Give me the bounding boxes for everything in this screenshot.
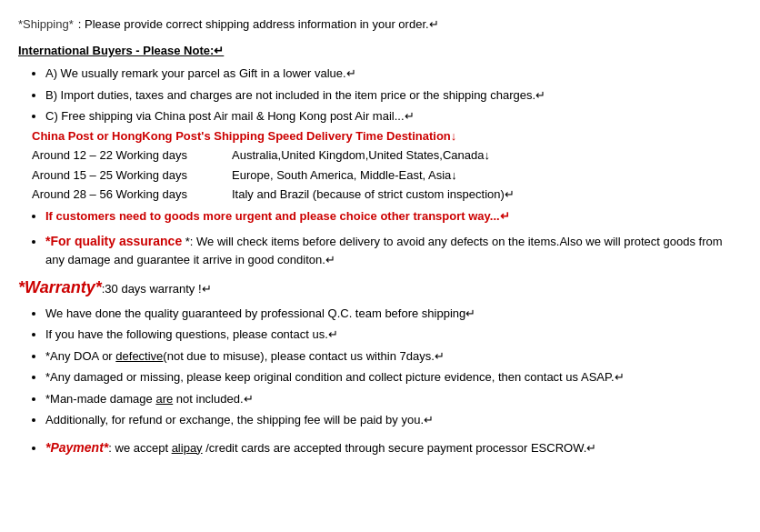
urgent-text: If customers need to goods more urgent a… — [45, 209, 510, 223]
warranty-item-4: *Any damaged or missing, please keep ori… — [45, 368, 742, 386]
warranty-item-5-text: *Man-made damage are not included.↵ — [45, 392, 254, 406]
payment-section: *Payment*: we accept alipay /credit card… — [18, 438, 742, 457]
shipping-subtitle: : Please provide correct shipping addres… — [78, 17, 439, 31]
payment-item: *Payment*: we accept alipay /credit card… — [45, 438, 742, 457]
bullet-c: C) Free shipping via China post Air mail… — [45, 107, 742, 204]
warranty-item-1: We have done the quality guaranteed by p… — [45, 305, 742, 323]
bullet-quality: *For quality assurance *: We will check … — [45, 232, 742, 269]
warranty-list: We have done the quality guaranteed by p… — [18, 305, 742, 429]
shipping-title: *Shipping* : Please provide correct ship… — [18, 14, 742, 33]
row1-dest: Australia,United Kingdom,United States,C… — [232, 146, 490, 165]
row2-dest: Europe, South America, Middle-East, Asia… — [232, 166, 457, 185]
shipping-section: *Shipping* : Please provide correct ship… — [18, 14, 742, 269]
row3-days: Around 28 – 56 Working days — [32, 186, 232, 204]
bullet-c-text: C) Free shipping via China post Air mail… — [45, 109, 415, 123]
warranty-item-6: Additionally, for refund or exchange, th… — [45, 411, 742, 429]
shipping-row-3: Around 28 – 56 Working days Italy and Br… — [32, 186, 742, 204]
row2-days: Around 15 – 25 Working days — [32, 166, 232, 185]
shipping-title-text: *Shipping* — [18, 17, 74, 31]
warranty-item-3: *Any DOA or defective(not due to misuse)… — [45, 347, 742, 366]
intl-buyers-header: International Buyers - Please Note:↵ — [18, 44, 742, 57]
row1-days: Around 12 – 22 Working days — [32, 146, 232, 165]
shipping-row-1: Around 12 – 22 Working days Australia,Un… — [32, 146, 742, 165]
row3-dest: Italy and Brazil (because of strict cust… — [232, 186, 515, 204]
warranty-title: *Warranty* — [18, 278, 102, 296]
warranty-item-2: If you have the following questions, ple… — [45, 326, 742, 344]
warranty-item-5: *Man-made damage are not included.↵ — [45, 390, 742, 408]
bullet-a: A) We usually remark your parcel as Gift… — [45, 65, 742, 83]
payment-text: : we accept alipay /credit cards are acc… — [108, 441, 596, 455]
shipping-row-2: Around 15 – 25 Working days Europe, Sout… — [32, 166, 742, 185]
payment-list: *Payment*: we accept alipay /credit card… — [18, 438, 742, 457]
shipping-speed-header: China Post or HongKong Post's Shipping S… — [32, 127, 742, 146]
warranty-subtitle: :30 days warranty !↵ — [102, 282, 212, 296]
bullet-b: B) Import duties, taxes and charges are … — [45, 86, 742, 105]
warranty-item-3-text: *Any DOA or defective(not due to misuse)… — [45, 349, 445, 363]
shipping-table: Around 12 – 22 Working days Australia,Un… — [32, 146, 742, 204]
bullets-list: A) We usually remark your parcel as Gift… — [18, 65, 742, 269]
warranty-section: *Warranty*:30 days warranty !↵ We have d… — [18, 278, 742, 429]
quality-heading: *For quality assurance — [45, 234, 182, 248]
payment-heading: *Payment* — [45, 440, 108, 455]
bullet-urgent: If customers need to goods more urgent a… — [45, 207, 742, 226]
